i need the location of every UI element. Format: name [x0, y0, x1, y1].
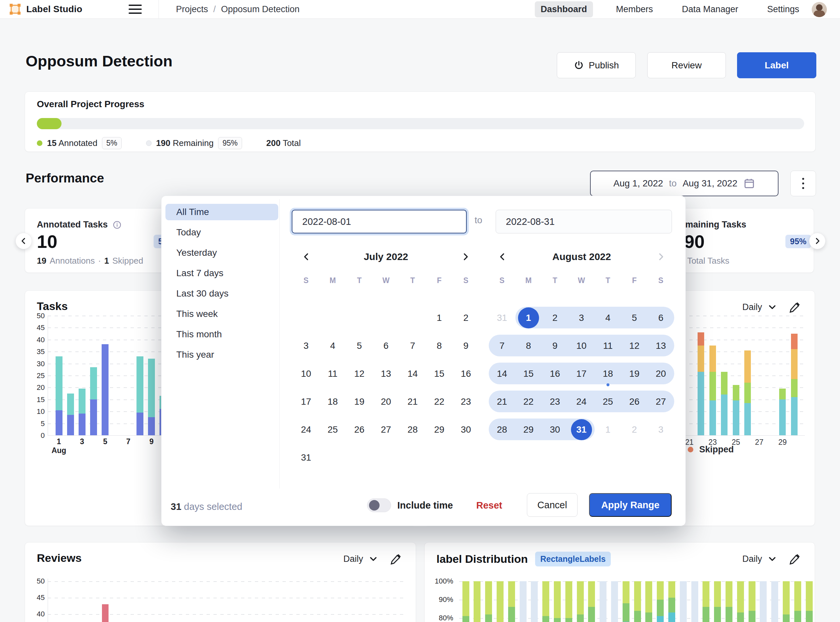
info-icon[interactable]	[113, 220, 122, 229]
distribution-period-select[interactable]: Daily	[742, 554, 777, 564]
calendar-day-17[interactable]: 17	[293, 387, 319, 416]
calendar-day-13[interactable]: 13	[373, 360, 399, 387]
calendar-day-5[interactable]: 5	[621, 304, 648, 332]
calendar-day-29[interactable]: 29	[515, 416, 542, 444]
calendar-day-10[interactable]: 10	[293, 360, 319, 387]
preset-today[interactable]: Today	[165, 224, 278, 241]
calendar-prev-month-button[interactable]	[496, 250, 509, 263]
nav-item-data-manager[interactable]: Data Manager	[676, 1, 744, 17]
calendar-day-3[interactable]: 3	[568, 304, 595, 332]
calendar-day-29[interactable]: 29	[426, 416, 452, 444]
calendar-day-8[interactable]: 8	[515, 332, 542, 360]
date-range-button[interactable]: Aug 1, 2022 to Aug 31, 2022	[590, 171, 779, 196]
calendar-day-14[interactable]: 14	[399, 360, 426, 387]
nav-item-settings[interactable]: Settings	[761, 1, 805, 17]
calendar-day-21[interactable]: 21	[489, 387, 515, 416]
review-button[interactable]: Review	[647, 52, 726, 78]
preset-this-year[interactable]: This year	[165, 346, 278, 363]
calendar-day-4[interactable]: 4	[319, 332, 346, 360]
calendar-day-10[interactable]: 10	[568, 332, 595, 360]
preset-last-7-days[interactable]: Last 7 days	[165, 265, 278, 281]
end-date-input[interactable]: 2022-08-31	[496, 210, 672, 233]
calendar-day-2[interactable]: 2	[452, 304, 479, 332]
reviews-period-select[interactable]: Daily	[344, 554, 378, 564]
calendar-day-21[interactable]: 21	[399, 387, 426, 416]
calendar-day-13[interactable]: 13	[648, 332, 674, 360]
calendar-day-28[interactable]: 28	[489, 416, 515, 444]
calendar-day-18[interactable]: 18	[319, 387, 346, 416]
calendar-day-30[interactable]: 30	[452, 416, 479, 444]
calendar-day-23[interactable]: 23	[542, 387, 568, 416]
reset-button[interactable]: Reset	[476, 500, 502, 511]
calendar-day-22[interactable]: 22	[515, 387, 542, 416]
edit-chart-icon[interactable]	[390, 553, 402, 565]
calendar-day-19[interactable]: 19	[346, 387, 373, 416]
calendar-day-2[interactable]: 2	[621, 416, 648, 444]
preset-this-month[interactable]: This month	[165, 326, 278, 343]
calendar-day-15[interactable]: 15	[515, 360, 542, 387]
calendar-day-28[interactable]: 28	[399, 416, 426, 444]
calendar-day-6[interactable]: 6	[373, 332, 399, 360]
calendar-day-8[interactable]: 8	[426, 332, 452, 360]
calendar-day-26[interactable]: 26	[621, 387, 648, 416]
more-options-button[interactable]	[790, 171, 816, 196]
calendar-day-17[interactable]: 17	[568, 360, 595, 387]
calendar-day-1[interactable]: 1	[595, 416, 621, 444]
edit-chart-icon[interactable]	[789, 553, 801, 565]
calendar-day-16[interactable]: 16	[452, 360, 479, 387]
calendar-day-24[interactable]: 24	[293, 416, 319, 444]
include-time-toggle[interactable]	[367, 499, 391, 512]
calendar-day-6[interactable]: 6	[648, 304, 674, 332]
calendar-day-11[interactable]: 11	[595, 332, 621, 360]
calendar-day-14[interactable]: 14	[489, 360, 515, 387]
nav-item-members[interactable]: Members	[610, 1, 659, 17]
carousel-next-button[interactable]	[809, 233, 826, 249]
calendar-next-month-button[interactable]	[654, 250, 667, 263]
cancel-button[interactable]: Cancel	[527, 493, 577, 517]
calendar-day-12[interactable]: 12	[621, 332, 648, 360]
calendar-day-4[interactable]: 4	[595, 304, 621, 332]
annotations-period-select[interactable]: Daily	[742, 302, 777, 312]
user-avatar[interactable]	[812, 2, 827, 17]
calendar-day-31[interactable]: 31	[568, 416, 595, 444]
calendar-day-20[interactable]: 20	[648, 360, 674, 387]
calendar-day-30[interactable]: 30	[542, 416, 568, 444]
calendar-day-18[interactable]: 18	[595, 360, 621, 387]
calendar-day-3[interactable]: 3	[293, 332, 319, 360]
calendar-day-27[interactable]: 27	[373, 416, 399, 444]
calendar-day-24[interactable]: 24	[568, 387, 595, 416]
preset-last-30-days[interactable]: Last 30 days	[165, 285, 278, 302]
calendar-day-19[interactable]: 19	[621, 360, 648, 387]
calendar-day-7[interactable]: 7	[399, 332, 426, 360]
calendar-prev-month-button[interactable]	[300, 250, 313, 263]
calendar-day-11[interactable]: 11	[319, 360, 346, 387]
preset-all-time[interactable]: All Time	[165, 204, 278, 220]
calendar-day-23[interactable]: 23	[452, 387, 479, 416]
hamburger-menu-icon[interactable]	[128, 5, 142, 14]
carousel-prev-button[interactable]	[15, 233, 32, 249]
calendar-day-1[interactable]: 1	[426, 304, 452, 332]
preset-yesterday[interactable]: Yesterday	[165, 245, 278, 261]
calendar-day-3[interactable]: 3	[648, 416, 674, 444]
calendar-day-26[interactable]: 26	[346, 416, 373, 444]
calendar-day-2[interactable]: 2	[542, 304, 568, 332]
brand[interactable]: Label Studio	[9, 0, 82, 18]
calendar-day-31[interactable]: 31	[489, 304, 515, 332]
calendar-day-5[interactable]: 5	[346, 332, 373, 360]
calendar-day-31[interactable]: 31	[293, 444, 319, 471]
apply-range-button[interactable]: Apply Range	[589, 493, 672, 517]
start-date-input[interactable]: 2022-08-01	[292, 210, 467, 233]
edit-chart-icon[interactable]	[789, 301, 801, 313]
nav-item-dashboard[interactable]: Dashboard	[535, 1, 593, 17]
calendar-day-22[interactable]: 22	[426, 387, 452, 416]
calendar-day-7[interactable]: 7	[489, 332, 515, 360]
calendar-day-20[interactable]: 20	[373, 387, 399, 416]
calendar-day-16[interactable]: 16	[542, 360, 568, 387]
calendar-day-25[interactable]: 25	[595, 387, 621, 416]
publish-button[interactable]: Publish	[557, 52, 636, 78]
calendar-next-month-button[interactable]	[459, 250, 472, 263]
calendar-day-27[interactable]: 27	[648, 387, 674, 416]
breadcrumb-projects[interactable]: Projects	[176, 4, 208, 14]
calendar-day-15[interactable]: 15	[426, 360, 452, 387]
calendar-day-25[interactable]: 25	[319, 416, 346, 444]
